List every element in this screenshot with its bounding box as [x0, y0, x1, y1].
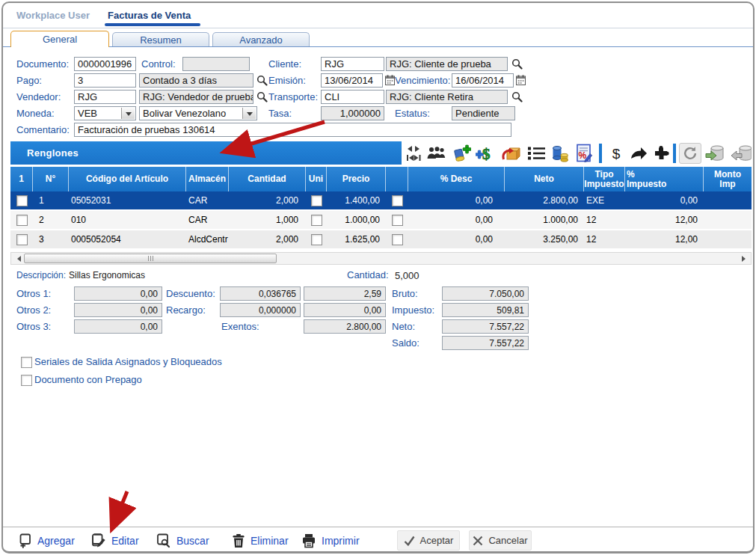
grid-horizontal-scrollbar[interactable] [10, 252, 752, 265]
col-header-almacen[interactable]: Almacén [186, 167, 229, 191]
col-header-desc[interactable]: % Desc [408, 167, 505, 191]
col-header-neto[interactable]: Neto [505, 167, 584, 191]
uni-checkbox[interactable] [311, 215, 322, 226]
cancelar-button[interactable]: Cancelar [469, 530, 532, 551]
cell-cantidad: 2,000 [229, 191, 306, 209]
moneda-desc-dropdown-icon[interactable] [242, 108, 256, 119]
item-stats-icon[interactable] [550, 143, 571, 164]
tab-facturas-de-venta[interactable]: Facturas de Venta [108, 10, 191, 21]
participants-icon[interactable] [425, 143, 446, 164]
control-label: Control: [141, 58, 176, 70]
pago-label: Pago: [16, 75, 42, 86]
moneda-desc-select[interactable]: Bolivar Venezolano [139, 106, 257, 120]
cell-numero: 1 [33, 191, 69, 209]
plugin-icon[interactable] [651, 143, 672, 164]
send-icon[interactable] [628, 143, 649, 164]
comentario-label: Comentario: [16, 124, 70, 135]
return-item-icon[interactable] [500, 143, 521, 164]
prepago-checkbox[interactable] [21, 375, 32, 386]
subtab-resumen[interactable]: Resumen [112, 32, 209, 46]
cell-monto-impuesto [704, 191, 752, 209]
db-import-icon[interactable] [731, 143, 752, 164]
grid-nav-icons[interactable] [403, 143, 424, 164]
cell-monto-impuesto [704, 211, 752, 229]
col-header-pct-impuesto[interactable]: % Impuesto [625, 167, 704, 191]
row-flag-checkbox[interactable] [392, 195, 403, 206]
comentario-field[interactable]: Facturación de pruebas 130614 [74, 123, 511, 137]
scroll-left-icon[interactable] [11, 253, 23, 264]
subtab-divider [3, 46, 753, 47]
cell-checkbox [10, 211, 33, 229]
currency-icon[interactable]: $ [606, 143, 627, 164]
impuesto-field: 509,81 [442, 303, 529, 317]
cell-codigo: 0005052054 [69, 230, 186, 248]
emision-label: Emisión: [268, 75, 306, 86]
estatus-label: Estatus: [395, 108, 430, 119]
recargo-factor-field: 0,000000 [220, 303, 301, 317]
moneda-code-select[interactable]: VEB [74, 106, 136, 120]
scroll-right-icon[interactable] [739, 253, 751, 264]
cell-desc: 0,00 [408, 211, 505, 229]
row-flag-checkbox[interactable] [392, 215, 403, 226]
table-row[interactable]: 105052031CAR2,0001.400,000,002.800,00EXE… [10, 191, 752, 211]
seriales-checkbox[interactable] [21, 357, 32, 368]
otros1-field: 0,00 [74, 286, 162, 301]
col-header-monto-impuesto[interactable]: Monto Imp [704, 167, 752, 191]
cliente-code-field[interactable]: RJG [321, 57, 384, 71]
renglones-section-header: Renglones [10, 141, 402, 165]
col-header-numero[interactable]: N° [33, 167, 69, 191]
discount-document-icon[interactable]: % [574, 143, 594, 164]
cell-codigo: 05052031 [69, 191, 186, 209]
col-header-uni[interactable]: Uni [306, 167, 327, 191]
uni-checkbox[interactable] [311, 195, 322, 206]
refresh-icon[interactable] [679, 143, 701, 164]
add-charge-icon[interactable]: $ [475, 143, 496, 164]
agregar-button[interactable]: Agregar [18, 533, 75, 548]
row-flag-checkbox[interactable] [392, 234, 403, 245]
tab-workplace-user[interactable]: Workplace User [16, 10, 90, 21]
pago-search-icon[interactable] [256, 74, 268, 86]
row-select-checkbox[interactable] [16, 234, 28, 245]
descuento-label: Descuento: [166, 288, 215, 299]
imprimir-button[interactable]: Imprimir [301, 533, 360, 548]
moneda-dropdown-icon[interactable] [121, 108, 135, 119]
emision-field[interactable]: 13/06/2014 [321, 73, 383, 88]
table-row[interactable]: 2010CAR1,0001.000,000,001.000,001212,00 [10, 211, 752, 230]
item-list-icon[interactable] [526, 143, 547, 164]
vencimiento-field[interactable]: 16/06/2014 [452, 73, 514, 88]
vencimiento-calendar-icon[interactable] [514, 74, 526, 86]
vendedor-code-field[interactable]: RJG [74, 90, 136, 104]
table-row[interactable]: 30005052054AlcdCentr2,0001.625,000,003.2… [10, 230, 752, 250]
cell-checkbox [10, 191, 33, 209]
aceptar-button[interactable]: Aceptar [397, 530, 460, 551]
subtab-general[interactable]: General [10, 31, 109, 47]
eliminar-button[interactable]: Eliminar [232, 533, 289, 548]
pago-code-field[interactable]: 3 [74, 73, 136, 88]
svg-text:$: $ [482, 145, 491, 163]
descuento-field: 2,59 [304, 286, 386, 301]
agregar-label: Agregar [37, 535, 75, 547]
col-header-tipo-impuesto[interactable]: Tipo Impuesto [584, 167, 625, 191]
col-header-codigo[interactable]: Código del Artículo [69, 167, 186, 191]
bruto-label: Bruto: [392, 288, 418, 299]
documento-field[interactable]: 0000001996 [74, 57, 136, 71]
cliente-search-icon[interactable] [511, 58, 523, 70]
emision-calendar-icon[interactable] [384, 74, 396, 86]
vendedor-search-icon[interactable] [256, 91, 268, 102]
row-select-checkbox[interactable] [16, 195, 28, 206]
uni-checkbox[interactable] [311, 234, 322, 245]
col-header-cantidad[interactable]: Cantidad [229, 167, 306, 191]
control-field[interactable] [182, 57, 250, 71]
buscar-button[interactable]: Buscar [156, 533, 209, 548]
scrollbar-thumb[interactable] [24, 254, 277, 263]
row-select-checkbox[interactable] [16, 215, 28, 226]
col-header-select[interactable]: 1 [10, 167, 33, 191]
col-header-precio[interactable]: Precio [327, 167, 386, 191]
db-export-icon[interactable] [705, 143, 726, 164]
transporte-search-icon[interactable] [511, 91, 523, 102]
editar-button[interactable]: Editar [91, 533, 139, 548]
add-item-icon[interactable] [451, 143, 472, 164]
transporte-desc-field: RJG: Cliente Retira [386, 90, 508, 104]
subtab-avanzado[interactable]: Avanzado [212, 32, 310, 46]
transporte-code-field[interactable]: CLI [321, 90, 384, 104]
